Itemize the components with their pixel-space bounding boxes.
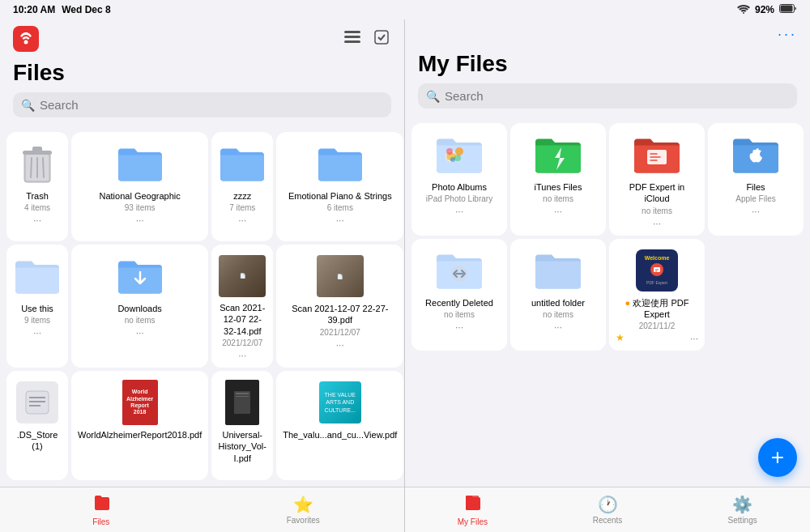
svg-line-14 — [43, 158, 44, 177]
file-name: untitled folder — [531, 297, 585, 309]
file-name: Recently Deleted — [425, 297, 493, 309]
right-search-bar[interactable]: 🔍 — [418, 83, 797, 109]
file-options[interactable]: ··· — [136, 327, 144, 338]
file-options[interactable]: ··· — [690, 333, 698, 344]
apple-files-icon — [731, 133, 780, 177]
file-name: .DS_Store (1) — [13, 429, 62, 453]
nav-item-recents[interactable]: 🕐 Recents — [540, 487, 676, 532]
folder-icon — [13, 254, 62, 298]
left-search-input[interactable] — [40, 98, 383, 112]
list-item[interactable]: World Alzheimer Report 2018 WorldAlzheim… — [71, 371, 208, 480]
select-button[interactable] — [372, 28, 391, 51]
list-item[interactable]: zzzz 7 items ··· — [211, 132, 273, 241]
file-name: Scan 2021-12-07 22-32-14.pdf — [218, 302, 266, 337]
status-right: 92% — [737, 4, 797, 16]
file-meta: 7 items — [229, 203, 255, 212]
pdf-expert-icon — [633, 133, 681, 177]
list-item[interactable]: untitled folder no items ··· — [510, 239, 606, 351]
file-name: Scan 2021-12-07 22-27-39.pdf — [283, 303, 397, 326]
itunes-icon — [534, 133, 582, 177]
list-item[interactable]: 📄 Scan 2021-12-07 22-27-39.pdf 2021/12/0… — [276, 245, 403, 368]
file-options[interactable]: ··· — [336, 339, 344, 351]
wifi-icon — [737, 4, 750, 16]
right-header: ··· — [405, 19, 810, 48]
svg-point-24 — [455, 147, 463, 155]
file-options[interactable]: ··· — [336, 215, 344, 226]
list-item[interactable]: National Geographic 93 items ··· — [71, 132, 208, 241]
list-view-button[interactable] — [343, 28, 362, 51]
svg-rect-21 — [236, 396, 249, 397]
file-options[interactable]: ··· — [554, 206, 562, 217]
right-bottom-nav: My Files 🕐 Recents ⚙️ Settings — [405, 487, 810, 532]
nav-label-recents: Recents — [593, 516, 623, 525]
favorites-nav-icon: ⭐ — [293, 495, 313, 514]
teal-doc-icon: THE VALUE ARTS AND CULTURE... — [316, 381, 364, 424]
list-item[interactable]: Photo Albums iPad Photo Library ··· — [411, 123, 507, 236]
list-item[interactable]: Downloads no items ··· — [71, 245, 208, 368]
files-nav-icon — [92, 494, 110, 516]
file-options[interactable]: ··· — [752, 206, 760, 217]
file-meta: 4 items — [24, 203, 50, 212]
left-search-bar[interactable]: 🔍 — [13, 92, 391, 117]
list-item[interactable]: 📄 Scan 2021-12-07 22-32-14.pdf 2021/12/0… — [211, 245, 273, 368]
list-item[interactable]: .DS_Store (1) — [6, 371, 68, 480]
svg-rect-4 — [344, 31, 360, 33]
list-item[interactable]: Universal-History_Vol-I.pdf — [211, 371, 273, 480]
file-options[interactable]: ··· — [238, 350, 246, 361]
right-panel: ··· My Files 🔍 — [405, 19, 810, 532]
folder-icon — [534, 249, 582, 292]
list-item[interactable]: Use this 9 items ··· — [6, 245, 68, 368]
list-item[interactable]: THE VALUE ARTS AND CULTURE... The_valu..… — [276, 371, 403, 480]
star-icon: ★ — [616, 332, 625, 343]
nav-item-favorites[interactable]: ⭐ Favorites — [202, 487, 405, 532]
file-name: ● 欢迎使用 PDF Expert — [616, 297, 698, 321]
file-meta: 6 items — [327, 203, 353, 212]
list-item[interactable]: iTunes Files no items ··· — [510, 123, 606, 236]
file-meta: 2021/11/2 — [639, 321, 676, 330]
recently-deleted-icon — [435, 249, 484, 292]
pdf-welcome-icon: Welcome PDF Expert — [633, 249, 681, 292]
left-panel: Files 🔍 Trash — [0, 19, 405, 532]
file-name: Files — [746, 181, 765, 193]
list-item[interactable]: Trash 4 items ··· — [6, 132, 68, 241]
list-item[interactable]: Files Apple Files ··· — [708, 123, 804, 236]
file-meta: 2021/12/07 — [320, 328, 360, 337]
file-options[interactable]: ··· — [455, 321, 463, 333]
file-options[interactable]: ··· — [455, 206, 463, 217]
list-item[interactable]: Welcome PDF Expert ● 欢迎使用 PDF Expert — [609, 239, 705, 351]
app-icon — [13, 26, 39, 52]
file-options[interactable]: ··· — [33, 327, 41, 338]
file-options[interactable]: ··· — [653, 218, 661, 229]
file-meta: no items — [543, 310, 573, 319]
left-header — [0, 19, 404, 57]
list-item[interactable]: Recently Deleted no items ··· — [411, 239, 507, 351]
nav-item-files[interactable]: Files — [0, 487, 202, 532]
file-name: National Geographic — [99, 190, 180, 202]
nav-item-settings[interactable]: ⚙️ Settings — [675, 487, 810, 532]
nav-label-myfiles: My Files — [458, 517, 488, 526]
right-search-input[interactable] — [445, 89, 789, 103]
search-icon-right: 🔍 — [426, 90, 440, 103]
file-options[interactable]: ··· — [136, 215, 144, 226]
more-options-button[interactable]: ··· — [778, 26, 797, 43]
list-item[interactable]: PDF Expert in iCloud no items ··· — [609, 123, 705, 236]
add-file-button[interactable]: + — [758, 438, 797, 477]
file-meta: 93 items — [125, 203, 156, 212]
nav-item-myfiles[interactable]: My Files — [405, 487, 540, 532]
settings-nav-icon: ⚙️ — [732, 495, 752, 514]
file-options[interactable]: ··· — [238, 215, 246, 226]
nav-label-files: Files — [92, 517, 109, 526]
main-container: Files 🔍 Trash — [0, 19, 810, 532]
right-panel-title: My Files — [405, 48, 810, 83]
file-options[interactable]: ··· — [554, 321, 562, 333]
svg-rect-2 — [781, 6, 793, 12]
svg-rect-19 — [234, 391, 250, 414]
red-book-icon: World Alzheimer Report 2018 — [116, 381, 164, 424]
list-item[interactable]: Emotional Piano & Strings 6 items ··· — [276, 132, 403, 241]
left-panel-title: Files — [0, 57, 404, 92]
file-name: Emotional Piano & Strings — [288, 190, 392, 202]
status-left: 10:20 AM Wed Dec 8 — [13, 4, 111, 15]
search-icon-left: 🔍 — [21, 99, 35, 112]
file-options[interactable]: ··· — [33, 215, 41, 226]
svg-rect-20 — [236, 393, 249, 394]
